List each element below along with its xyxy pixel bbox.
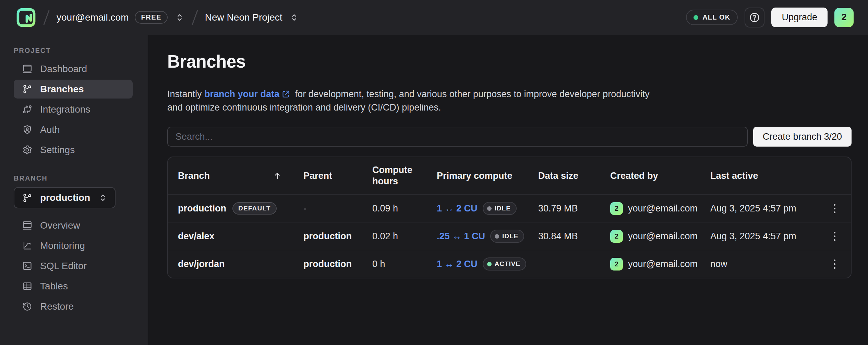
breadcrumb: your@email.com FREE New Neon Project [16, 7, 299, 28]
avatar: 2 [610, 230, 623, 243]
sidebar-item-overview[interactable]: Overview [14, 216, 133, 235]
sidebar-item-restore[interactable]: Restore [14, 297, 133, 316]
branch-icon [22, 193, 33, 203]
kebab-icon [834, 260, 835, 261]
user-avatar-button[interactable]: 2 [834, 8, 854, 27]
column-header-branch[interactable]: Branch [168, 170, 303, 182]
external-link-icon [281, 90, 290, 99]
neon-console-app: your@email.com FREE New Neon Project ALL… [0, 0, 868, 345]
last-active: Aug 3, 2025 4:57 pm [710, 203, 833, 214]
search-input[interactable] [167, 127, 748, 147]
table-row[interactable]: production DEFAULT - 0.09 h 1 ↔ 2 CU IDL… [168, 194, 851, 222]
compute-hours: 0.09 h [372, 203, 437, 214]
status-pill[interactable]: ALL OK [686, 10, 738, 25]
project-name: New Neon Project [205, 12, 282, 23]
sidebar-item-label: Settings [40, 145, 75, 156]
sidebar-item-branches[interactable]: Branches [14, 80, 133, 99]
branch-name[interactable]: production [178, 203, 226, 214]
column-header-primary-compute[interactable]: Primary compute [437, 170, 538, 182]
sidebar-item-label: Restore [40, 301, 74, 312]
sidebar-item-label: SQL Editor [40, 261, 87, 272]
overview-icon [22, 220, 33, 231]
topbar: your@email.com FREE New Neon Project ALL… [0, 0, 868, 35]
dashboard-icon [22, 64, 33, 74]
created-by-email: your@email.com [628, 259, 698, 269]
state-dot-icon [487, 262, 492, 266]
column-header-created-by[interactable]: Created by [610, 170, 710, 182]
sidebar-item-label: Monitoring [40, 240, 85, 251]
neon-logo[interactable] [16, 7, 36, 28]
page-description: Instantly branch your data for developme… [167, 88, 658, 114]
row-menu-button[interactable] [826, 200, 843, 217]
help-button[interactable] [745, 8, 764, 27]
project-section-label: PROJECT [14, 47, 148, 55]
chevron-updown-icon [98, 193, 108, 203]
tables-icon [22, 281, 33, 291]
auth-icon [22, 124, 33, 135]
integrations-icon [22, 104, 33, 115]
state-label: IDLE [495, 205, 511, 212]
project-nav: DashboardBranchesIntegrationsAuthSetting… [0, 59, 148, 159]
created-by-email: your@email.com [628, 203, 698, 214]
compute-state-badge: ACTIVE [483, 257, 527, 271]
table-row[interactable]: dev/alex production 0.02 h .25 ↔ 1 CU ID… [168, 222, 851, 250]
sidebar-item-settings[interactable]: Settings [14, 140, 133, 159]
row-menu-button[interactable] [826, 228, 843, 244]
branch-section-label: BRANCH [14, 174, 148, 182]
state-label: IDLE [502, 232, 518, 240]
data-size: 30.84 MB [538, 231, 610, 242]
chevron-updown-icon [289, 12, 299, 23]
sql-editor-icon [22, 261, 33, 271]
row-menu-button[interactable] [826, 256, 843, 272]
branches-table: Branch Parent Compute hours Primary comp… [167, 157, 852, 278]
sidebar-item-label: Integrations [40, 104, 90, 115]
primary-compute-link[interactable]: .25 ↔ 1 CU [437, 231, 485, 242]
data-size: 30.79 MB [538, 203, 610, 214]
compute-hours: 0.02 h [372, 231, 437, 242]
parent-branch: production [303, 259, 372, 269]
state-dot-icon [487, 206, 492, 211]
branch-name[interactable]: dev/jordan [178, 259, 225, 269]
branch-name[interactable]: dev/alex [178, 231, 215, 242]
sidebar-item-sql-editor[interactable]: SQL Editor [14, 256, 133, 275]
parent-branch: - [303, 203, 372, 214]
avatar: 2 [610, 258, 623, 271]
table-header-row: Branch Parent Compute hours Primary comp… [168, 157, 851, 194]
sidebar-item-dashboard[interactable]: Dashboard [14, 59, 133, 78]
branch-your-data-link[interactable]: branch your data [204, 89, 279, 99]
sidebar-item-label: Overview [40, 220, 80, 231]
plan-badge: FREE [135, 11, 167, 24]
compute-state-badge: IDLE [483, 202, 517, 215]
table-row[interactable]: dev/jordan production 0 h 1 ↔ 2 CU ACTIV… [168, 250, 851, 278]
sidebar-item-tables[interactable]: Tables [14, 277, 133, 296]
parent-branch: production [303, 231, 372, 242]
sidebar-item-auth[interactable]: Auth [14, 120, 133, 139]
org-email: your@email.com [57, 12, 129, 23]
state-dot-icon [495, 234, 499, 239]
project-selector[interactable]: New Neon Project [205, 12, 300, 23]
topbar-actions: ALL OK Upgrade 2 [686, 8, 854, 27]
primary-compute-link[interactable]: 1 ↔ 2 CU [437, 203, 478, 214]
table-toolbar: Create branch 3/20 [167, 127, 852, 147]
settings-icon [22, 145, 33, 155]
branches-page: Branches Instantly branch your data for … [148, 35, 868, 345]
create-branch-button[interactable]: Create branch 3/20 [753, 127, 852, 147]
kebab-icon [834, 204, 835, 206]
sidebar-item-monitoring[interactable]: Monitoring [14, 236, 133, 255]
sidebar-item-label: Auth [40, 124, 60, 135]
sidebar-item-label: Branches [40, 84, 84, 95]
column-header-last-active[interactable]: Last active [710, 170, 833, 182]
primary-compute-link[interactable]: 1 ↔ 2 CU [437, 259, 478, 269]
org-selector[interactable]: your@email.com FREE [57, 11, 185, 24]
branch-selector[interactable]: production [14, 187, 116, 208]
column-header-data-size[interactable]: Data size [538, 170, 610, 182]
sidebar-item-integrations[interactable]: Integrations [14, 100, 133, 119]
column-header-compute-hours[interactable]: Compute hours [372, 164, 437, 187]
column-header-parent[interactable]: Parent [303, 170, 372, 182]
last-active: now [710, 259, 833, 269]
upgrade-button[interactable]: Upgrade [771, 8, 828, 27]
branches-icon [22, 84, 33, 94]
created-by-email: your@email.com [628, 231, 698, 242]
sidebar-item-label: Tables [40, 281, 68, 292]
status-dot-icon [694, 15, 698, 20]
